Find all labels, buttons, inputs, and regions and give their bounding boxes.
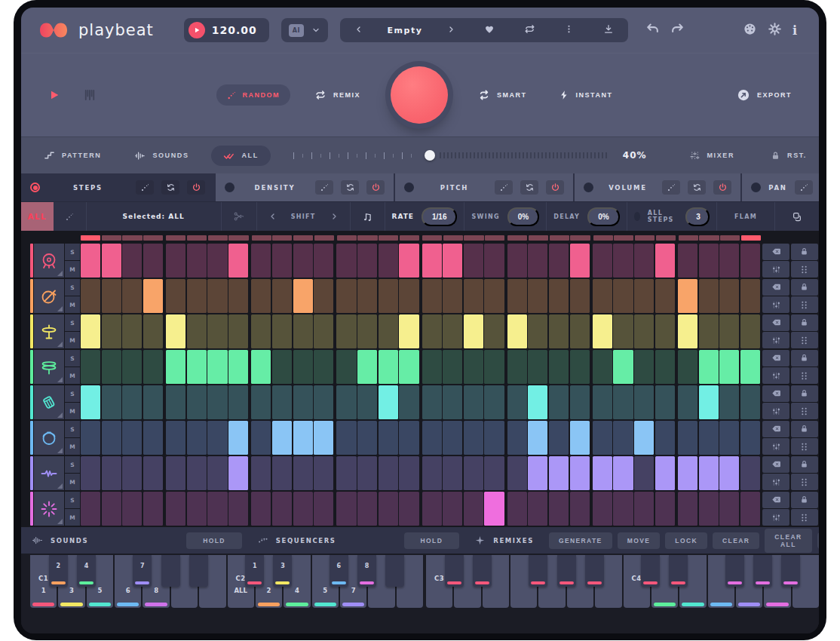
step-cell-21[interactable] xyxy=(507,492,527,526)
step-cell-12[interactable] xyxy=(314,314,333,348)
tune-track-button[interactable] xyxy=(762,438,789,455)
step-cell-4[interactable] xyxy=(143,244,163,278)
rate-value-button[interactable]: 1/16 xyxy=(422,207,457,226)
step-cell-15[interactable] xyxy=(379,314,398,348)
step-cell-16[interactable] xyxy=(399,385,418,419)
step-cell-12[interactable] xyxy=(314,244,333,278)
step-cell-21[interactable] xyxy=(507,385,527,419)
step-cell-18[interactable] xyxy=(443,279,462,313)
step-cell-32[interactable] xyxy=(740,456,760,490)
step-cell-5[interactable] xyxy=(166,279,185,313)
step-cell-32[interactable] xyxy=(740,385,760,419)
record-indicator-icon[interactable] xyxy=(30,182,40,192)
export-button[interactable]: EXPORT xyxy=(732,87,796,103)
step-cell-17[interactable] xyxy=(422,350,442,384)
step-cell-24[interactable] xyxy=(570,456,590,490)
step-cell-28[interactable] xyxy=(655,492,675,526)
bpm-control[interactable]: 120.00 xyxy=(184,18,269,42)
step-cell-27[interactable] xyxy=(634,492,654,526)
step-cell-23[interactable] xyxy=(549,244,569,278)
step-cell-31[interactable] xyxy=(719,492,739,526)
clear-track-button[interactable] xyxy=(762,456,789,473)
tab-indicator-icon[interactable] xyxy=(404,182,414,192)
step-cell-13[interactable] xyxy=(336,314,356,348)
right-black-key-2[interactable] xyxy=(473,555,492,587)
track-fx-cell[interactable] xyxy=(34,456,64,490)
pattern-progress-bar[interactable] xyxy=(81,235,761,241)
hold-button[interactable]: HOLD xyxy=(817,532,819,549)
step-cell-19[interactable] xyxy=(464,244,483,278)
right-black-key-5[interactable] xyxy=(557,555,576,587)
mute-button[interactable]: M xyxy=(65,296,80,313)
delay-value-button[interactable]: 0% xyxy=(587,207,619,226)
left-black-key-3[interactable]: 3 xyxy=(273,555,292,587)
step-cell-3[interactable] xyxy=(122,279,142,313)
progress-segment[interactable] xyxy=(699,235,719,241)
step-cell-25[interactable] xyxy=(593,350,612,384)
step-cell-11[interactable] xyxy=(293,350,313,384)
step-cell-21[interactable] xyxy=(507,279,527,313)
mute-button[interactable]: M xyxy=(65,509,80,526)
step-cell-8[interactable] xyxy=(228,421,248,455)
progress-segment[interactable] xyxy=(485,235,504,241)
progress-segment[interactable] xyxy=(593,235,613,241)
track-openhat-cell[interactable] xyxy=(34,350,64,384)
step-cell-19[interactable] xyxy=(464,350,483,384)
step-cell-25[interactable] xyxy=(593,492,612,526)
step-cell-18[interactable] xyxy=(443,350,462,384)
progress-segment[interactable] xyxy=(272,235,292,241)
step-cell-17[interactable] xyxy=(422,314,442,348)
lock-track-button[interactable] xyxy=(791,279,818,296)
lock-track-button[interactable] xyxy=(791,421,818,437)
track-tom-cell[interactable] xyxy=(34,421,64,455)
step-cell-18[interactable] xyxy=(443,244,462,278)
step-cell-16[interactable] xyxy=(399,350,418,384)
step-cell-8[interactable] xyxy=(228,385,248,419)
step-cell-27[interactable] xyxy=(634,456,654,490)
progress-segment[interactable] xyxy=(314,235,334,241)
step-cell-21[interactable] xyxy=(507,244,527,278)
step-cell-19[interactable] xyxy=(464,279,483,313)
right-black-key-9[interactable] xyxy=(669,555,688,587)
step-cell-26[interactable] xyxy=(613,421,633,455)
step-cell-20[interactable] xyxy=(484,385,504,419)
drag-track-handle[interactable] xyxy=(791,403,818,419)
step-cell-11[interactable] xyxy=(293,244,313,278)
step-cell-26[interactable] xyxy=(613,279,633,313)
step-cell-6[interactable] xyxy=(187,350,207,384)
step-cell-17[interactable] xyxy=(422,244,442,278)
tune-track-button[interactable] xyxy=(762,332,789,348)
select-all-button[interactable]: ALL xyxy=(21,202,54,231)
step-cell-3[interactable] xyxy=(122,456,142,490)
progress-segment[interactable] xyxy=(357,235,377,241)
step-cell-29[interactable] xyxy=(678,492,697,526)
progress-segment[interactable] xyxy=(679,235,698,241)
step-cell-18[interactable] xyxy=(443,492,462,526)
clear-track-button[interactable] xyxy=(762,350,789,367)
left-black-key-5[interactable] xyxy=(161,555,180,587)
step-cell-6[interactable] xyxy=(187,279,207,313)
remix-button[interactable]: REMIX xyxy=(310,88,365,102)
clear-track-button[interactable] xyxy=(762,492,789,508)
clear-all-button[interactable]: CLEAR ALL xyxy=(765,529,811,553)
step-cell-32[interactable] xyxy=(740,350,760,384)
expand-corner-icon[interactable] xyxy=(57,448,63,453)
solo-button[interactable]: S xyxy=(65,314,80,331)
step-cell-21[interactable] xyxy=(507,350,527,384)
expand-corner-icon[interactable] xyxy=(57,342,63,347)
tune-track-button[interactable] xyxy=(762,509,789,526)
keyboard-mode-button[interactable] xyxy=(78,87,101,103)
step-cell-9[interactable] xyxy=(251,314,271,348)
step-cell-9[interactable] xyxy=(251,385,271,419)
step-cell-14[interactable] xyxy=(357,385,377,419)
right-black-key-12[interactable] xyxy=(753,555,772,587)
tab-pan[interactable]: PAN xyxy=(742,173,819,201)
step-cell-16[interactable] xyxy=(399,314,418,348)
step-cell-30[interactable] xyxy=(699,314,719,348)
right-black-key-8[interactable] xyxy=(641,555,660,587)
step-cell-10[interactable] xyxy=(272,279,292,313)
step-cell-23[interactable] xyxy=(549,421,569,455)
step-cell-23[interactable] xyxy=(549,350,569,384)
step-cell-29[interactable] xyxy=(678,314,697,348)
step-cell-16[interactable] xyxy=(399,421,418,455)
